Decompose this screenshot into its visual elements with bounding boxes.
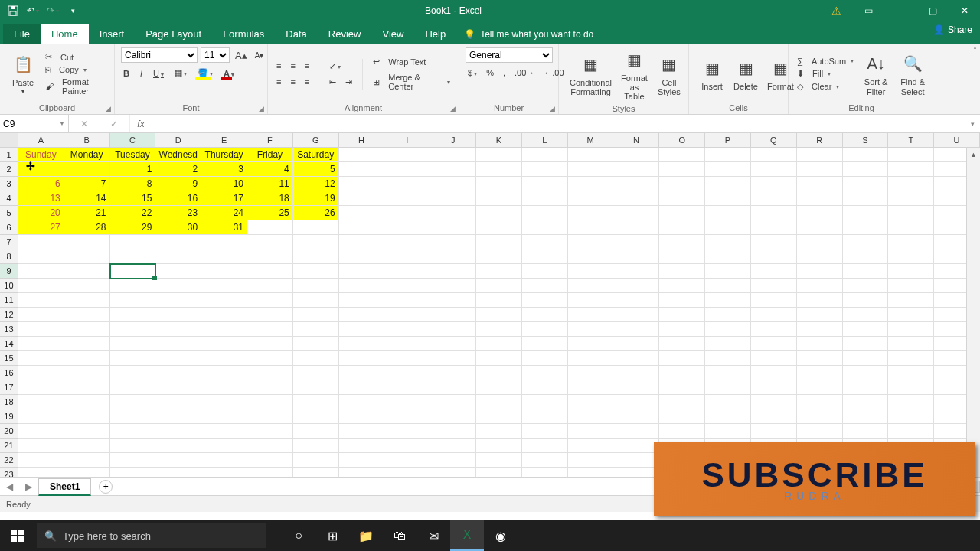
column-header-B[interactable]: B bbox=[64, 133, 110, 147]
cell-K18[interactable] bbox=[476, 395, 522, 409]
cell-N14[interactable] bbox=[613, 337, 659, 351]
cell-B21[interactable] bbox=[64, 439, 110, 453]
cell-G2[interactable]: 5 bbox=[293, 162, 339, 177]
merge-center-button[interactable]: ⊞ Merge & Center bbox=[371, 72, 452, 92]
cell-D17[interactable] bbox=[155, 380, 201, 395]
cell-A10[interactable] bbox=[18, 279, 64, 293]
cell-F18[interactable] bbox=[247, 395, 293, 409]
tab-page-layout[interactable]: Page Layout bbox=[135, 24, 212, 44]
cell-G6[interactable] bbox=[293, 220, 339, 235]
row-header-7[interactable]: 7 bbox=[0, 235, 18, 249]
cell-M18[interactable] bbox=[568, 395, 614, 409]
cell-J17[interactable] bbox=[430, 380, 476, 395]
cell-Q9[interactable] bbox=[751, 264, 797, 279]
row-header-21[interactable]: 21 bbox=[0, 439, 18, 453]
cell-J18[interactable] bbox=[430, 395, 476, 409]
cell-B1[interactable]: Monday bbox=[64, 148, 110, 162]
cell-S12[interactable] bbox=[843, 308, 889, 322]
column-header-D[interactable]: D bbox=[155, 133, 201, 147]
cell-K3[interactable] bbox=[476, 177, 522, 191]
cell-F6[interactable] bbox=[247, 220, 293, 235]
cell-I2[interactable] bbox=[384, 162, 430, 177]
cell-O3[interactable] bbox=[659, 177, 705, 191]
cell-L1[interactable] bbox=[522, 148, 568, 162]
cell-D12[interactable] bbox=[155, 308, 201, 322]
cell-G13[interactable] bbox=[293, 322, 339, 337]
cell-G14[interactable] bbox=[293, 337, 339, 351]
cell-B11[interactable] bbox=[64, 293, 110, 308]
cell-Q19[interactable] bbox=[751, 409, 797, 424]
cell-L5[interactable] bbox=[522, 206, 568, 220]
cell-T19[interactable] bbox=[888, 409, 934, 424]
row-header-9[interactable]: 9 bbox=[0, 264, 18, 279]
cell-J5[interactable] bbox=[430, 206, 476, 220]
cell-T12[interactable] bbox=[888, 308, 934, 322]
cortana-icon[interactable]: ○ bbox=[282, 520, 315, 551]
indent-decrease-icon[interactable]: ⇤ bbox=[327, 77, 338, 88]
cell-S20[interactable] bbox=[843, 424, 889, 439]
cell-G7[interactable] bbox=[293, 235, 339, 249]
cell-K21[interactable] bbox=[476, 439, 522, 453]
column-header-J[interactable]: J bbox=[430, 133, 476, 147]
cell-J8[interactable] bbox=[430, 249, 476, 264]
cell-J3[interactable] bbox=[430, 177, 476, 191]
orientation-icon[interactable]: ⤢ bbox=[327, 60, 343, 72]
column-header-K[interactable]: K bbox=[476, 133, 522, 147]
column-header-A[interactable]: A bbox=[18, 133, 64, 147]
format-painter-button[interactable]: 🖌 Format Painter bbox=[43, 77, 108, 96]
cell-D8[interactable] bbox=[155, 249, 201, 264]
new-sheet-icon[interactable]: + bbox=[99, 480, 113, 494]
cell-P12[interactable] bbox=[705, 308, 751, 322]
cell-M5[interactable] bbox=[568, 206, 614, 220]
row-header-4[interactable]: 4 bbox=[0, 191, 18, 206]
cell-Q7[interactable] bbox=[751, 235, 797, 249]
cell-D2[interactable]: 2 bbox=[155, 162, 201, 177]
cell-N16[interactable] bbox=[613, 366, 659, 380]
cell-B23[interactable] bbox=[64, 468, 110, 477]
cell-B4[interactable]: 14 bbox=[64, 191, 110, 206]
cell-K17[interactable] bbox=[476, 380, 522, 395]
cell-J11[interactable] bbox=[430, 293, 476, 308]
cell-I16[interactable] bbox=[384, 366, 430, 380]
cell-O10[interactable] bbox=[659, 279, 705, 293]
cell-G22[interactable] bbox=[293, 453, 339, 468]
cell-T6[interactable] bbox=[888, 220, 934, 235]
namebox-dropdown-icon[interactable]: ▼ bbox=[59, 120, 65, 127]
column-header-P[interactable]: P bbox=[705, 133, 751, 147]
cell-P7[interactable] bbox=[705, 235, 751, 249]
fill-button[interactable]: ⬇ Fill bbox=[795, 68, 856, 80]
cell-D11[interactable] bbox=[155, 293, 201, 308]
cell-I10[interactable] bbox=[384, 279, 430, 293]
cell-K16[interactable] bbox=[476, 366, 522, 380]
cell-K15[interactable] bbox=[476, 351, 522, 366]
format-as-table-button[interactable]: ▦Format as Table bbox=[616, 47, 652, 101]
cell-C15[interactable] bbox=[110, 351, 156, 366]
cell-R7[interactable] bbox=[797, 235, 843, 249]
cell-C22[interactable] bbox=[110, 453, 156, 468]
cell-F8[interactable] bbox=[247, 249, 293, 264]
conditional-formatting-button[interactable]: ▦Conditional Formatting bbox=[565, 52, 616, 96]
cell-D5[interactable]: 23 bbox=[155, 206, 201, 220]
cell-F12[interactable] bbox=[247, 308, 293, 322]
cell-L9[interactable] bbox=[522, 264, 568, 279]
wrap-text-button[interactable]: ↩ Wrap Text bbox=[371, 56, 452, 67]
cell-G15[interactable] bbox=[293, 351, 339, 366]
cell-M13[interactable] bbox=[568, 322, 614, 337]
expand-formula-bar-icon[interactable]: ▾ bbox=[965, 115, 980, 132]
cell-H1[interactable] bbox=[339, 148, 385, 162]
cut-button[interactable]: ✂ Cut bbox=[43, 51, 108, 63]
cell-B17[interactable] bbox=[64, 380, 110, 395]
cell-Q10[interactable] bbox=[751, 279, 797, 293]
undo-icon[interactable]: ↶ bbox=[24, 2, 41, 19]
cell-E14[interactable] bbox=[201, 337, 247, 351]
cell-H9[interactable] bbox=[339, 264, 385, 279]
tell-me[interactable]: 💡 Tell me what you want to do bbox=[456, 24, 601, 44]
cell-G17[interactable] bbox=[293, 380, 339, 395]
cell-O16[interactable] bbox=[659, 366, 705, 380]
cell-T8[interactable] bbox=[888, 249, 934, 264]
cell-B19[interactable] bbox=[64, 409, 110, 424]
share-button[interactable]: 👤 Share bbox=[933, 24, 972, 35]
cell-E2[interactable]: 3 bbox=[201, 162, 247, 177]
cell-C19[interactable] bbox=[110, 409, 156, 424]
sort-filter-button[interactable]: A↓Sort & Filter bbox=[859, 51, 893, 96]
